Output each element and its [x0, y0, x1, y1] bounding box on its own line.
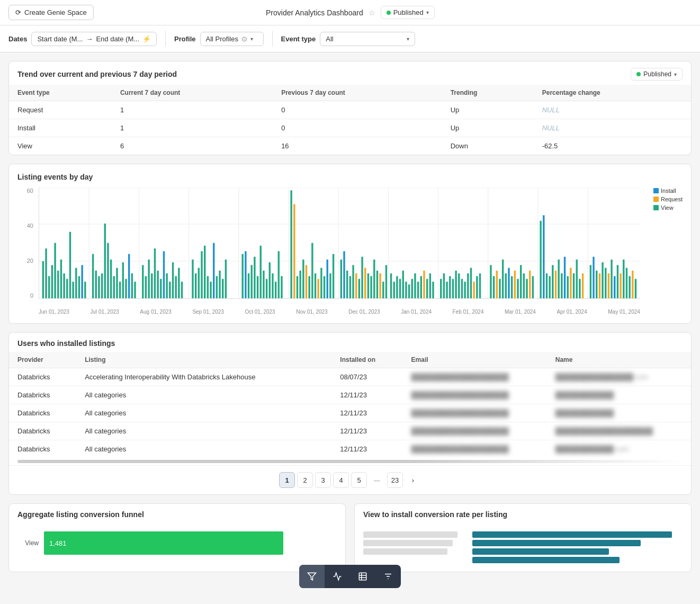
- svg-rect-22: [66, 279, 68, 298]
- svg-rect-80: [272, 273, 273, 298]
- svg-rect-32: [101, 273, 103, 298]
- svg-rect-133: [449, 276, 451, 298]
- svg-rect-138: [464, 282, 465, 298]
- trending-cell: Up: [442, 101, 534, 119]
- page-5-btn[interactable]: 5: [351, 472, 367, 488]
- listing-cell: All categories: [76, 422, 331, 440]
- col-event-type: Event type: [9, 85, 112, 101]
- svg-rect-165: [558, 260, 560, 298]
- svg-rect-179: [605, 268, 606, 298]
- filter-toolbar-btn[interactable]: [299, 565, 325, 581]
- name-cell: ████████████████████: [547, 422, 691, 440]
- svg-rect-25: [75, 268, 77, 298]
- svg-rect-42: [131, 273, 133, 298]
- current-count-cell: 1: [112, 119, 273, 137]
- svg-rect-36: [113, 276, 115, 298]
- filter-alt-toolbar-btn[interactable]: [375, 565, 401, 581]
- page-2-btn[interactable]: 2: [297, 472, 313, 488]
- svg-rect-111: [376, 271, 378, 298]
- chart-x-labels: Jun 01, 2023 Jul 01, 2023 Aug 01, 2023 S…: [39, 309, 640, 315]
- svg-rect-159: [540, 221, 541, 298]
- trend-published-badge[interactable]: Published ▾: [631, 68, 683, 81]
- svg-rect-76: [260, 246, 262, 298]
- conv-bar-3: [472, 548, 609, 555]
- svg-rect-33: [104, 224, 106, 298]
- filter-icon: [307, 572, 317, 581]
- svg-rect-131: [443, 273, 445, 298]
- conv-bar-1: [472, 531, 672, 538]
- dates-label: Dates: [8, 35, 27, 43]
- email-cell: ████████████████████: [403, 368, 547, 386]
- chart-toolbar-btn[interactable]: [325, 565, 350, 581]
- svg-rect-17: [51, 265, 53, 298]
- status-dot: [387, 11, 391, 15]
- users-table-wrap: Provider Listing Installed on Email Name…: [9, 352, 691, 458]
- svg-rect-29: [92, 254, 94, 298]
- page-3-btn[interactable]: 3: [315, 472, 331, 488]
- svg-rect-82: [278, 251, 280, 298]
- svg-rect-55: [175, 276, 177, 298]
- dashboard-title-area: Provider Analytics Dashboard ☆ Published…: [266, 6, 435, 19]
- name-cell: ████████████████ com: [547, 368, 691, 386]
- svg-rect-48: [154, 248, 156, 298]
- previous-count-cell: 16: [273, 137, 442, 155]
- svg-rect-129: [432, 282, 434, 298]
- svg-rect-135: [455, 271, 456, 298]
- published-badge[interactable]: Published ▾: [381, 6, 435, 19]
- col-current-count: Current 7 day count: [112, 85, 273, 101]
- table-toolbar-btn[interactable]: [350, 565, 375, 581]
- y-label-0: 0: [30, 292, 33, 299]
- svg-rect-106: [361, 257, 363, 298]
- svg-rect-83: [281, 276, 282, 298]
- listing-cell: Accelerating Interoperability With Datab…: [76, 368, 331, 386]
- name-cell: ████████████ com: [547, 440, 691, 458]
- svg-rect-147: [499, 279, 500, 298]
- svg-rect-155: [523, 273, 525, 298]
- trend-table-header: Event type Current 7 day count Previous …: [9, 85, 691, 101]
- page-4-btn[interactable]: 4: [333, 472, 349, 488]
- svg-rect-185: [623, 260, 624, 298]
- create-genie-btn[interactable]: ⟳ Create Genie Space: [8, 5, 94, 20]
- svg-rect-166: [561, 273, 562, 298]
- svg-rect-108: [367, 273, 369, 298]
- svg-rect-87: [299, 271, 301, 298]
- svg-rect-128: [429, 273, 431, 298]
- event-type-select[interactable]: All ▾: [320, 32, 415, 46]
- svg-rect-91: [311, 243, 313, 299]
- chart-container: 60 40 20 0: [17, 188, 683, 315]
- svg-rect-150: [508, 268, 509, 298]
- svg-rect-51: [163, 251, 165, 298]
- svg-rect-16: [48, 276, 50, 298]
- svg-rect-90: [308, 276, 310, 298]
- svg-rect-178: [602, 262, 603, 298]
- svg-rect-65: [213, 243, 214, 299]
- page-23-btn[interactable]: 23: [387, 472, 403, 488]
- profile-select[interactable]: All Profiles ⊙ ▾: [200, 32, 264, 46]
- svg-rect-63: [207, 276, 209, 298]
- svg-rect-102: [349, 276, 351, 298]
- svg-rect-97: [329, 273, 331, 298]
- svg-rect-140: [470, 268, 472, 298]
- svg-rect-125: [420, 276, 422, 298]
- provider-cell: Databricks: [9, 368, 76, 386]
- svg-rect-100: [343, 251, 345, 298]
- svg-rect-41: [128, 254, 130, 298]
- floating-toolbar: [299, 565, 401, 581]
- svg-rect-188: [632, 271, 633, 298]
- date-range-picker[interactable]: Start date (M... → End date (M... ⚡: [31, 32, 157, 46]
- svg-rect-103: [352, 265, 354, 298]
- page-1-btn[interactable]: 1: [279, 472, 295, 488]
- svg-rect-137: [461, 279, 463, 298]
- svg-rect-115: [390, 273, 392, 298]
- svg-rect-113: [382, 282, 384, 298]
- page-next-btn[interactable]: ›: [405, 472, 421, 488]
- star-icon[interactable]: ☆: [369, 8, 375, 17]
- svg-rect-130: [440, 279, 442, 298]
- event-type-cell: Install: [9, 119, 112, 137]
- svg-rect-50: [160, 279, 161, 298]
- current-count-cell: 1: [112, 101, 273, 119]
- users-table: Provider Listing Installed on Email Name…: [9, 352, 691, 458]
- svg-rect-47: [151, 273, 152, 298]
- legend-view: View: [653, 205, 683, 211]
- svg-rect-170: [573, 273, 575, 298]
